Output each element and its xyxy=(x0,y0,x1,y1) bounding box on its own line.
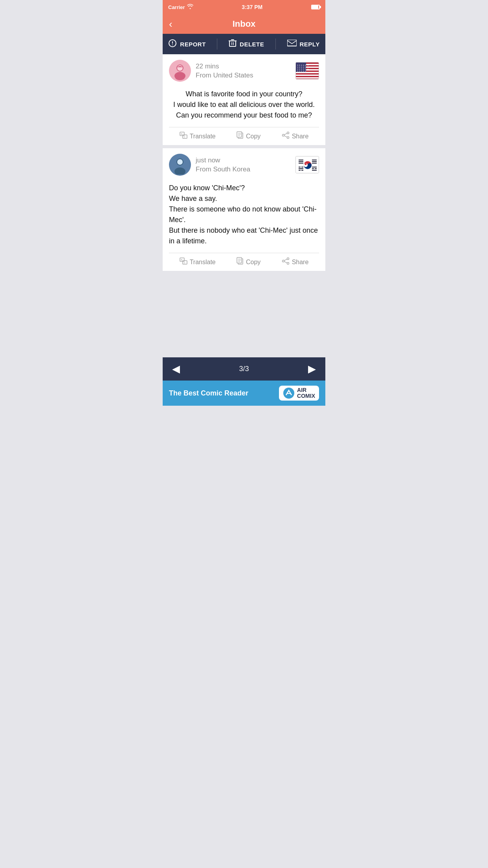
copy-btn-1[interactable]: Copy xyxy=(237,131,261,141)
share-btn-1[interactable]: Share xyxy=(282,132,309,141)
svg-point-50 xyxy=(305,163,307,165)
svg-rect-13 xyxy=(296,75,319,76)
copy-label-1: Copy xyxy=(246,133,261,140)
meta-info-2: just now From South Korea xyxy=(196,156,250,173)
battery-icon xyxy=(311,5,320,9)
svg-text:A: A xyxy=(181,259,183,261)
svg-point-59 xyxy=(287,263,289,265)
status-bar: Carrier 3:37 PM xyxy=(163,0,325,14)
svg-rect-34 xyxy=(299,160,303,160)
ad-logo-text-block: AIR COMIX xyxy=(297,387,315,399)
share-label-1: Share xyxy=(292,133,309,140)
translate-btn-1[interactable]: A 文 Translate xyxy=(180,131,216,141)
action-bar-1: A 文 Translate Copy xyxy=(169,127,319,145)
svg-point-28 xyxy=(282,134,284,136)
ad-logo-icon xyxy=(283,387,295,399)
status-left: Carrier xyxy=(168,4,193,10)
svg-text:文: 文 xyxy=(183,261,185,264)
delete-button[interactable]: DELETE xyxy=(229,39,264,50)
next-button[interactable]: ▶ xyxy=(308,363,316,375)
svg-point-60 xyxy=(282,260,284,262)
svg-rect-40 xyxy=(299,167,301,167)
translate-btn-2[interactable]: A 文 Translate xyxy=(180,257,216,267)
svg-point-1 xyxy=(172,44,173,45)
report-button[interactable]: REPORT xyxy=(168,39,206,50)
back-button[interactable]: ‹ xyxy=(169,19,172,29)
copy-btn-2[interactable]: Copy xyxy=(237,257,261,267)
svg-point-30 xyxy=(177,159,183,165)
svg-rect-38 xyxy=(312,161,317,162)
message-block-1: 22 mins From United States ★ ★ ★ ★ ★ ★ xyxy=(163,54,325,145)
svg-rect-35 xyxy=(299,161,303,162)
svg-text:★ ★ ★ ★ ★: ★ ★ ★ ★ ★ xyxy=(297,70,306,72)
reply-button[interactable]: REPLY xyxy=(287,40,320,49)
svg-rect-48 xyxy=(312,170,317,171)
svg-rect-47 xyxy=(315,168,317,169)
reply-icon xyxy=(287,40,297,49)
flag-us: ★ ★ ★ ★ ★ ★ ★ ★ ★ ★ ★ ★ ★ ★ ★ ★ ★ ★ ★ ★ … xyxy=(295,62,319,79)
share-icon-2 xyxy=(282,257,290,267)
svg-rect-44 xyxy=(301,170,303,171)
svg-rect-42 xyxy=(299,168,303,169)
svg-rect-45 xyxy=(312,167,317,167)
wifi-icon xyxy=(187,4,193,10)
delete-label: DELETE xyxy=(240,41,264,48)
svg-rect-12 xyxy=(296,72,319,73)
meta-time-1: 22 mins xyxy=(196,63,253,70)
avatar-1 xyxy=(169,60,191,82)
ad-text: The Best Comic Reader xyxy=(169,389,279,397)
status-time: 3:37 PM xyxy=(242,4,262,10)
copy-label-2: Copy xyxy=(246,259,261,266)
report-icon xyxy=(168,39,177,50)
report-label: REPORT xyxy=(180,41,206,48)
share-btn-2[interactable]: Share xyxy=(282,257,309,267)
ad-banner[interactable]: The Best Comic Reader AIR COMIX xyxy=(163,381,325,406)
header: ‹ Inbox xyxy=(163,14,325,34)
svg-rect-37 xyxy=(312,160,317,160)
toolbar-divider-2 xyxy=(275,39,276,50)
message-meta-1: 22 mins From United States ★ ★ ★ ★ ★ ★ xyxy=(169,60,319,82)
svg-point-51 xyxy=(309,165,311,167)
ad-logo-line1: AIR xyxy=(297,387,315,393)
carrier-label: Carrier xyxy=(168,4,185,10)
toolbar: REPORT DELETE REPLY xyxy=(163,34,325,54)
svg-point-58 xyxy=(287,258,289,260)
svg-rect-46 xyxy=(312,168,314,169)
delete-icon xyxy=(229,39,237,50)
translate-icon-1: A 文 xyxy=(180,131,187,141)
message-block-2: just now From South Korea xyxy=(163,145,325,271)
meta-info-1: 22 mins From United States xyxy=(196,63,253,79)
svg-rect-39 xyxy=(312,163,317,164)
action-bar-2: A 文 Translate Copy xyxy=(169,253,319,271)
toolbar-divider-1 xyxy=(217,39,217,50)
copy-icon-2 xyxy=(237,257,244,267)
message-meta-2: just now From South Korea xyxy=(169,154,319,176)
flag-kr xyxy=(295,156,319,173)
svg-point-27 xyxy=(287,137,289,139)
meta-from-1: From United States xyxy=(196,72,253,79)
svg-text:文: 文 xyxy=(183,136,185,138)
bottom-nav: ◀ 3/3 ▶ xyxy=(163,357,325,381)
nav-counter: 3/3 xyxy=(239,365,249,373)
message-text-2: Do you know 'Chi-Mec'? We have a say. Th… xyxy=(169,181,319,253)
translate-label-1: Translate xyxy=(190,133,216,140)
header-title: Inbox xyxy=(233,19,256,29)
svg-text:A: A xyxy=(181,133,183,135)
share-icon-1 xyxy=(282,132,290,141)
svg-rect-43 xyxy=(299,170,301,171)
prev-button[interactable]: ◀ xyxy=(172,363,180,375)
svg-rect-41 xyxy=(301,167,303,167)
avatar-2 xyxy=(169,154,191,176)
meta-time-2: just now xyxy=(196,156,250,164)
messages-area: 22 mins From United States ★ ★ ★ ★ ★ ★ xyxy=(163,54,325,271)
meta-left-2: just now From South Korea xyxy=(169,154,250,176)
svg-rect-14 xyxy=(296,77,319,78)
translate-label-2: Translate xyxy=(190,259,216,266)
meta-from-2: From South Korea xyxy=(196,166,250,173)
grey-area xyxy=(163,271,325,357)
share-label-2: Share xyxy=(292,259,309,266)
svg-point-26 xyxy=(287,132,289,134)
svg-point-7 xyxy=(175,75,185,80)
meta-left-1: 22 mins From United States xyxy=(169,60,253,82)
status-right xyxy=(311,5,320,9)
